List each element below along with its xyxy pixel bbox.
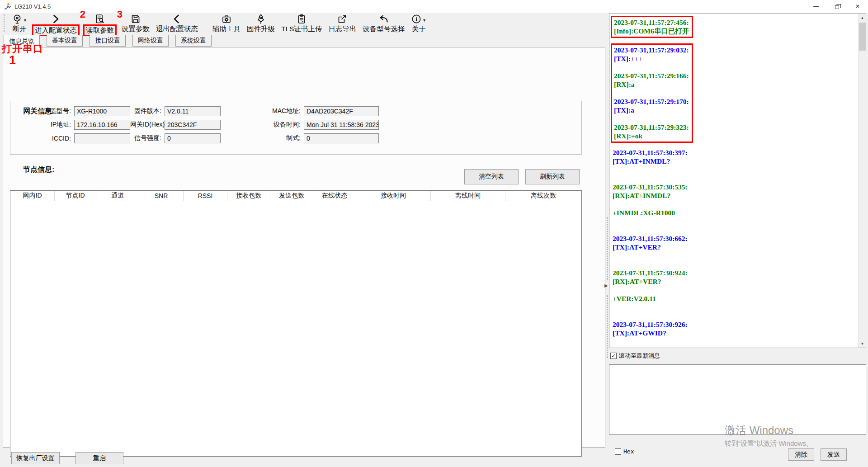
scrollbar-thumb[interactable] xyxy=(859,23,866,51)
log-line: 2023-07-31,11:57:29:170: xyxy=(614,97,689,106)
log-line: [RX]:+ok xyxy=(614,132,689,140)
toolbar-item-tls-cert-upload[interactable]: TLS证书上传 xyxy=(278,13,325,33)
hex-row: Hex xyxy=(615,448,634,455)
log-line xyxy=(613,303,855,311)
tab-basic-settings[interactable]: 基本设置 xyxy=(47,35,83,47)
toolbar-item-exit-config[interactable]: 退出配置状态 xyxy=(153,13,201,33)
restore-button[interactable] xyxy=(826,0,847,13)
column-header-11[interactable]: 离线次数 xyxy=(505,191,581,201)
close-icon: ✕ xyxy=(855,3,860,9)
toolbar-label-about: 关于 xyxy=(412,24,426,33)
log-line: [TX]:AT+GWID? xyxy=(613,329,855,337)
toolbar-label-tls-cert-upload: TLS证书上传 xyxy=(281,24,322,33)
clear-list-button[interactable]: 清空列表 xyxy=(464,169,519,184)
factory-reset-button[interactable]: 恢复出厂设置 xyxy=(11,452,60,464)
product-model-field[interactable]: XG-R1000 xyxy=(74,106,130,116)
toolbar-item-device-model[interactable]: 设备型号选择 xyxy=(360,13,407,33)
refresh-list-button[interactable]: 刷新列表 xyxy=(525,169,580,184)
column-header-2[interactable]: 节点ID xyxy=(55,191,96,201)
log-entry: 2023-07-31,11:57:29:323:[RX]:+ok xyxy=(614,123,689,140)
toolbar-label-firmware-upgrade: 固件升级 xyxy=(247,24,275,33)
toolbar-label-disconnect: 断开 xyxy=(12,24,26,33)
annotation-box1: 2023-07-31,11:57:27:456:[Info]:COM6串口已打开 xyxy=(611,16,693,38)
toolbar-item-enter-config[interactable]: 进入配置状态2 xyxy=(31,13,81,36)
column-header-5[interactable]: RSSI xyxy=(184,191,227,201)
gateway-id-hex-field[interactable]: 203C342F xyxy=(165,120,221,130)
disconnect-icon xyxy=(12,13,23,24)
dropdown-caret-icon[interactable]: ▼ xyxy=(23,18,27,23)
column-header-7[interactable]: 发送包数 xyxy=(270,191,313,201)
mac-address-field[interactable]: D4AD203C342F xyxy=(304,106,379,116)
mac-address-label: MAC地址: xyxy=(221,107,304,115)
device-time-field[interactable]: Mon Jul 31 11:58:36 2023 xyxy=(304,120,379,130)
toolbar-label-log-export: 日志导出 xyxy=(328,24,356,33)
product-model-label: 产品型号: xyxy=(36,107,74,115)
panel-splitter[interactable]: ▶ xyxy=(606,47,608,448)
read-params-icon xyxy=(94,13,105,24)
device-time-label: 设备时间: xyxy=(221,121,304,129)
log-line: 2023-07-31,11:57:27:456: xyxy=(614,18,689,27)
send-input[interactable] xyxy=(609,364,866,435)
column-header-6[interactable]: 接收包数 xyxy=(227,191,270,201)
toolbar-item-set-params[interactable]: 设置参数 xyxy=(119,13,152,33)
toolbar: ▼断开进入配置状态2读取参数3设置参数退出配置状态辅助工具固件升级TLS证书上传… xyxy=(0,13,608,34)
close-button[interactable]: ✕ xyxy=(847,0,868,13)
splitter-collapse-icon[interactable]: ▶ xyxy=(604,283,608,288)
reboot-button[interactable]: 重启 xyxy=(75,452,123,464)
log-entry: 2023-07-31,11:57:29:166:[RX]:a xyxy=(614,71,689,89)
node-table-body[interactable] xyxy=(10,201,582,457)
serial-log-output[interactable]: 2023-07-31,11:57:27:456:[Info]:COM6串口已打开… xyxy=(609,14,858,348)
column-header-8[interactable]: 在线状态 xyxy=(313,191,356,201)
log-line: +VER:V2.0.11 xyxy=(613,294,855,303)
minimize-button[interactable]: — xyxy=(806,0,826,13)
signal-strength-field[interactable]: 0 xyxy=(165,133,221,143)
log-clear-button[interactable]: 清除 xyxy=(788,448,814,461)
ip-address-label: IP地址: xyxy=(36,121,74,129)
toolbar-item-firmware-upgrade[interactable]: 固件升级 xyxy=(244,13,278,33)
hex-checkbox[interactable] xyxy=(615,448,621,455)
column-header-9[interactable]: 接收时间 xyxy=(356,191,431,201)
log-line xyxy=(613,251,855,260)
toolbar-item-disconnect[interactable]: ▼断开 xyxy=(9,13,30,33)
dropdown-caret-icon[interactable]: ▼ xyxy=(422,18,426,23)
tab-system-settings[interactable]: 系统设置 xyxy=(175,35,212,47)
scroll-to-latest-label: 滚动至最新消息 xyxy=(619,352,660,360)
iccid-field[interactable] xyxy=(74,133,130,143)
log-scrollbar[interactable]: ▲ ▼ xyxy=(858,14,866,348)
log-entry: 2023-07-31,11:57:30:926:[TX]:AT+GWID? xyxy=(613,320,855,337)
firmware-version-field[interactable]: V2.0.11 xyxy=(165,106,221,116)
log-line xyxy=(613,165,855,174)
log-send-button[interactable]: 发送 xyxy=(821,448,847,461)
save-params-icon xyxy=(130,13,141,24)
node-table: 网内ID节点ID通道SNRRSSI接收包数发送包数在线状态接收时间离线时间离线次… xyxy=(10,190,582,457)
column-header-10[interactable]: 离线时间 xyxy=(431,191,505,201)
toolbar-item-aux-tools[interactable]: 辅助工具 xyxy=(210,13,243,33)
toolbar-item-read-params[interactable]: 读取参数3 xyxy=(82,13,118,36)
watermark-line2: 转到“设置”以激活 Windows。 xyxy=(725,439,813,448)
annotation-box2: 2023-07-31,11:57:29:032:[TX]:+++2023-07-… xyxy=(611,43,693,143)
ip-address-field[interactable]: 172.16.10.166 xyxy=(74,120,130,130)
log-line: 2023-07-31,11:57:29:032: xyxy=(614,46,689,54)
scroll-down-icon[interactable]: ▼ xyxy=(859,340,866,348)
tab-network-settings[interactable]: 网络设置 xyxy=(132,35,169,47)
log-entry: 2023-07-31,11:57:29:032:[TX]:+++ xyxy=(614,46,689,63)
gateway-fields: 产品型号:XG-R1000固件版本:V2.0.11MAC地址:D4AD203C3… xyxy=(36,106,379,143)
splitter-grip xyxy=(607,295,608,358)
log-entry: 2023-07-31,11:57:27:456:[Info]:COM6串口已打开 xyxy=(614,18,689,35)
app-logo-icon xyxy=(4,3,11,10)
tab-port-settings[interactable]: 接口设置 xyxy=(90,35,126,47)
column-header-1[interactable]: 网内ID xyxy=(10,191,55,201)
toolbar-item-log-export[interactable]: 日志导出 xyxy=(326,13,359,33)
scroll-up-icon[interactable]: ▲ xyxy=(859,14,866,22)
log-line: 2023-07-31,11:57:30:662: xyxy=(613,234,855,243)
firmware-version-label: 固件版本: xyxy=(130,107,165,115)
scroll-to-latest-checkbox[interactable]: ✓ xyxy=(610,353,617,359)
toolbar-item-about[interactable]: ▼关于 xyxy=(408,13,429,33)
minimize-icon: — xyxy=(813,3,819,9)
column-header-3[interactable]: 通道 xyxy=(96,191,139,201)
log-line xyxy=(613,286,855,294)
column-header-4[interactable]: SNR xyxy=(139,191,184,201)
network-mode-field[interactable]: 0 xyxy=(304,133,379,143)
log-entry: 2023-07-31,11:57:30:535:[RX]:AT+INMDL? +… xyxy=(613,183,855,226)
toolbar-grip-handle[interactable] xyxy=(4,14,6,32)
